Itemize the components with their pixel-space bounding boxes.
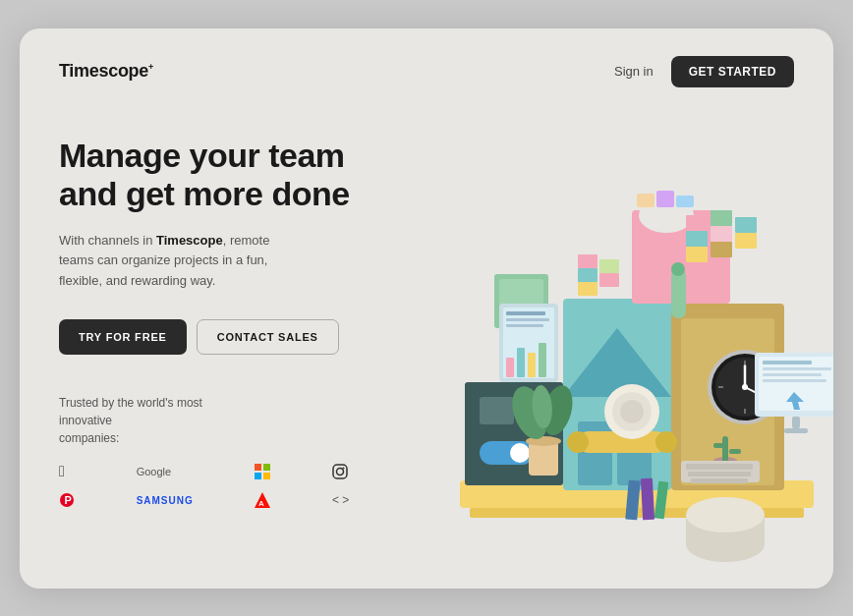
hero-description: With channels in Timescope, remote teams… — [59, 231, 285, 292]
svg-rect-57 — [529, 441, 558, 476]
svg-rect-40 — [578, 282, 597, 296]
svg-rect-49 — [735, 217, 757, 233]
hero-illustration — [381, 107, 833, 588]
svg-point-5 — [337, 469, 344, 476]
adobe-icon: A — [255, 492, 270, 508]
logo-adobe: A — [255, 492, 314, 508]
svg-point-96 — [671, 262, 685, 276]
header: Timescope+ Sign in GET STARTED — [20, 28, 833, 87]
svg-rect-4 — [333, 465, 347, 478]
logo-instagram — [332, 464, 393, 479]
svg-rect-43 — [686, 215, 708, 231]
main-card: Timescope+ Sign in GET STARTED Manage yo… — [20, 28, 833, 588]
svg-rect-45 — [686, 247, 708, 262]
svg-rect-99 — [676, 196, 694, 207]
company-logos:  Google — [59, 463, 393, 508]
svg-text:P: P — [65, 494, 72, 506]
svg-rect-42 — [599, 273, 619, 287]
svg-rect-97 — [637, 194, 654, 207]
svg-rect-88 — [539, 343, 546, 377]
svg-rect-93 — [641, 477, 654, 520]
logo-pinterest: P — [59, 492, 119, 508]
svg-rect-76 — [763, 379, 826, 382]
svg-rect-69 — [688, 472, 751, 476]
trusted-label: Trusted by the world's most innovative c… — [59, 394, 256, 447]
svg-rect-48 — [711, 242, 732, 257]
illustration-svg — [381, 107, 833, 588]
logo: Timescope+ — [59, 61, 153, 82]
cta-buttons: TRY FOR FREE CONTACT SALES — [59, 319, 393, 355]
svg-point-31 — [742, 384, 748, 390]
svg-point-53 — [655, 431, 677, 453]
logo-samsung: SAMSUNG — [137, 495, 238, 506]
instagram-icon — [332, 464, 348, 479]
logo-code: < > — [332, 493, 393, 507]
svg-rect-20 — [578, 421, 612, 485]
svg-rect-1 — [263, 464, 270, 471]
logo-microsoft — [255, 464, 314, 479]
svg-point-17 — [510, 443, 530, 463]
logo-google: Google — [137, 466, 238, 477]
hero-left: Manage your team and get more done With … — [59, 117, 393, 509]
header-right: Sign in GET STARTED — [614, 56, 794, 87]
svg-rect-74 — [763, 367, 831, 370]
svg-point-52 — [567, 431, 589, 453]
svg-rect-84 — [506, 324, 543, 327]
svg-rect-46 — [711, 210, 732, 226]
svg-rect-95 — [671, 269, 686, 318]
svg-rect-83 — [506, 318, 549, 321]
svg-rect-39 — [578, 268, 597, 282]
headline: Manage your team and get more done — [59, 137, 393, 213]
svg-rect-87 — [528, 353, 536, 377]
svg-rect-79 — [784, 428, 808, 433]
svg-rect-14 — [480, 397, 514, 424]
svg-rect-41 — [599, 259, 619, 273]
svg-point-6 — [343, 468, 345, 470]
contact-sales-button[interactable]: CONTACT SALES — [197, 319, 339, 355]
svg-rect-47 — [711, 226, 732, 242]
svg-rect-38 — [578, 254, 597, 268]
main-content: Manage your team and get more done With … — [20, 117, 833, 509]
microsoft-icon — [255, 464, 270, 479]
svg-rect-78 — [792, 417, 800, 428]
svg-rect-70 — [691, 478, 748, 483]
svg-rect-64 — [722, 436, 728, 464]
svg-point-91 — [686, 497, 765, 532]
svg-rect-0 — [255, 464, 261, 471]
svg-rect-3 — [263, 473, 270, 479]
try-free-button[interactable]: TRY FOR FREE — [59, 319, 187, 355]
sign-in-link[interactable]: Sign in — [614, 64, 654, 79]
svg-rect-68 — [686, 464, 753, 470]
apple-icon:  — [59, 463, 65, 480]
svg-text:A: A — [258, 499, 264, 508]
svg-rect-82 — [506, 311, 545, 315]
get-started-button[interactable]: GET STARTED — [671, 56, 794, 87]
svg-rect-50 — [735, 233, 757, 249]
logo-apple:  — [59, 463, 119, 480]
svg-rect-98 — [656, 191, 674, 207]
svg-rect-73 — [763, 361, 812, 364]
svg-rect-85 — [506, 358, 514, 377]
svg-rect-65 — [713, 443, 727, 448]
svg-rect-66 — [729, 449, 741, 454]
svg-rect-86 — [517, 348, 525, 377]
svg-rect-75 — [763, 373, 822, 376]
svg-rect-2 — [255, 473, 261, 479]
svg-point-56 — [620, 400, 644, 423]
svg-rect-44 — [686, 231, 708, 247]
pinterest-icon: P — [59, 492, 75, 508]
